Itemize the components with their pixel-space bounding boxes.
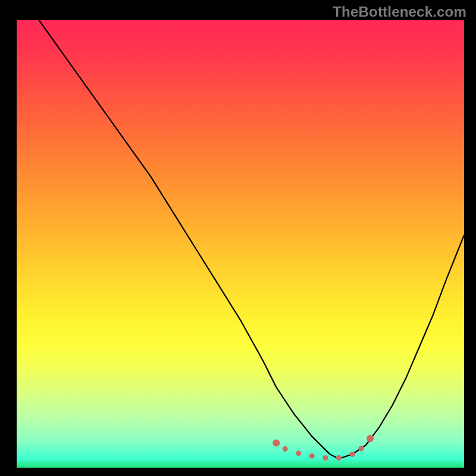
svg-point-1 — [283, 446, 288, 452]
svg-point-6 — [350, 452, 355, 457]
bottleneck-curve — [39, 20, 464, 459]
plot-area — [17, 20, 464, 468]
curve-layer — [17, 20, 464, 468]
svg-point-4 — [322, 455, 328, 461]
svg-point-2 — [296, 450, 301, 456]
svg-point-8 — [367, 435, 374, 442]
svg-point-3 — [309, 453, 315, 459]
svg-point-7 — [359, 446, 364, 451]
chart-frame: TheBottleneck.com — [0, 0, 476, 476]
watermark-text: TheBottleneck.com — [333, 4, 466, 20]
svg-point-0 — [273, 440, 280, 447]
svg-point-5 — [336, 455, 342, 461]
